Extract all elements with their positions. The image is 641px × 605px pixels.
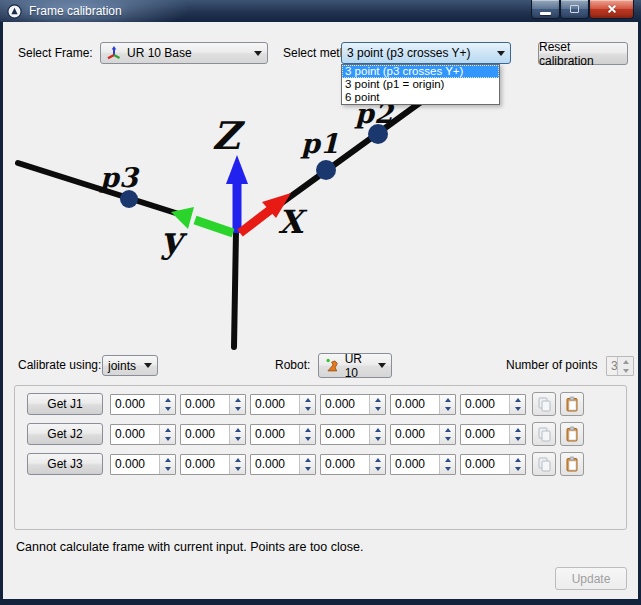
copy-j2-button[interactable] — [532, 422, 556, 446]
get-j3-button[interactable]: Get J3 — [27, 453, 103, 475]
point-p1 — [316, 160, 336, 180]
spinner-arrows[interactable] — [509, 395, 525, 414]
point-p2 — [368, 124, 388, 144]
x-axis-arrowhead — [262, 193, 291, 218]
minimize-icon — [540, 12, 551, 15]
chevron-down-icon — [378, 363, 386, 368]
window-title: Frame calibration — [29, 4, 122, 18]
x-axis-shaft — [240, 210, 270, 233]
j2-value-3[interactable]: 0.000 — [250, 424, 316, 445]
method-select[interactable]: 3 point (p3 crosses Y+) — [341, 42, 511, 64]
robot-label: Robot: — [275, 354, 310, 376]
paste-j2-button[interactable] — [560, 422, 584, 446]
method-dropdown-list: 3 point (p3 crosses Y+) 3 point (p1 = or… — [341, 64, 500, 105]
j3-value-4[interactable]: 0.000 — [320, 454, 386, 475]
chevron-down-icon — [144, 363, 152, 368]
calibrate-using-label: Calibrate using: — [18, 354, 101, 376]
robot-select[interactable]: UR 10 — [318, 353, 392, 378]
calibrate-using-select[interactable]: joints — [102, 355, 158, 376]
j1-value-1[interactable]: 0.000 — [110, 394, 176, 415]
copy-j1-button[interactable] — [532, 392, 556, 416]
method-option-3point-p1[interactable]: 3 point (p1 = origin) — [342, 78, 499, 91]
number-of-points-label: Number of points — [506, 354, 597, 376]
spinner-arrows[interactable] — [299, 455, 315, 474]
j2-value-5[interactable]: 0.000 — [390, 424, 456, 445]
j3-value-5[interactable]: 0.000 — [390, 454, 456, 475]
maximize-button[interactable] — [560, 0, 589, 19]
spinner-arrows[interactable] — [159, 425, 175, 444]
spinner-arrows[interactable] — [229, 395, 245, 414]
frame-select-value: UR 10 Base — [127, 46, 192, 60]
line-p3 — [18, 163, 182, 215]
number-of-points-value: 3 — [607, 357, 617, 375]
frame-select[interactable]: UR 10 Base — [100, 42, 268, 64]
minimize-button[interactable] — [531, 0, 560, 19]
spinner-arrows[interactable] — [159, 395, 175, 414]
label-z-axis: Z — [212, 113, 246, 158]
j1-value-5[interactable]: 0.000 — [390, 394, 456, 415]
copy-icon — [536, 426, 552, 442]
j1-value-4[interactable]: 0.000 — [320, 394, 386, 415]
paste-icon — [564, 396, 580, 412]
chevron-down-icon — [497, 51, 505, 56]
spinner-arrows[interactable] — [439, 455, 455, 474]
number-of-points-spinner[interactable]: 3 — [606, 356, 634, 376]
calibrate-using-value: joints — [108, 359, 136, 373]
j3-value-1[interactable]: 0.000 — [110, 454, 176, 475]
spinner-arrows[interactable] — [299, 395, 315, 414]
status-message: Cannot calculate frame with current inpu… — [16, 540, 363, 554]
j1-value-2[interactable]: 0.000 — [180, 394, 246, 415]
get-j2-button[interactable]: Get J2 — [27, 423, 103, 445]
robot-icon — [324, 357, 341, 374]
spinner-arrows — [617, 357, 633, 375]
robodk-app-icon — [7, 4, 22, 19]
spinner-arrows[interactable] — [229, 455, 245, 474]
paste-j1-button[interactable] — [560, 392, 584, 416]
spinner-arrows[interactable] — [369, 425, 385, 444]
paste-icon — [564, 426, 580, 442]
z-axis-arrowhead — [226, 155, 248, 184]
get-j1-button[interactable]: Get J1 — [27, 393, 103, 415]
frame-calibration-window: Frame calibration — [0, 0, 641, 605]
spinner-arrows[interactable] — [509, 425, 525, 444]
copy-j3-button[interactable] — [532, 452, 556, 476]
j2-value-6[interactable]: 0.000 — [460, 424, 526, 445]
spinner-arrows[interactable] — [229, 425, 245, 444]
spinner-arrows[interactable] — [299, 425, 315, 444]
spinner-arrows[interactable] — [439, 425, 455, 444]
chevron-down-icon — [254, 51, 262, 56]
y-axis-shaft — [195, 220, 233, 233]
copy-icon — [536, 456, 552, 472]
spinner-arrows[interactable] — [509, 455, 525, 474]
j2-value-4[interactable]: 0.000 — [320, 424, 386, 445]
dialog-content: Z X y p1 p2 p3 Select Frame: UR 10 Base … — [3, 22, 638, 599]
j2-value-2[interactable]: 0.000 — [180, 424, 246, 445]
j1-value-6[interactable]: 0.000 — [460, 394, 526, 415]
robot-select-value: UR 10 — [345, 352, 378, 380]
j3-value-2[interactable]: 0.000 — [180, 454, 246, 475]
title-bar[interactable]: Frame calibration — [0, 0, 641, 22]
label-y-axis: y — [160, 218, 188, 260]
label-p3: p3 — [99, 162, 140, 193]
j2-value-1[interactable]: 0.000 — [110, 424, 176, 445]
close-icon — [607, 4, 617, 14]
paste-j3-button[interactable] — [560, 452, 584, 476]
reset-calibration-button[interactable]: Reset calibration — [538, 42, 628, 65]
label-x-axis: X — [278, 203, 308, 241]
window-controls — [531, 0, 634, 19]
spinner-arrows[interactable] — [159, 455, 175, 474]
method-option-6point[interactable]: 6 point — [342, 91, 499, 104]
spinner-arrows[interactable] — [439, 395, 455, 414]
close-button[interactable] — [589, 0, 634, 19]
method-option-3point-p3[interactable]: 3 point (p3 crosses Y+) — [342, 65, 499, 78]
line-vertical — [234, 231, 236, 347]
j3-value-6[interactable]: 0.000 — [460, 454, 526, 475]
spinner-arrows[interactable] — [369, 395, 385, 414]
j1-value-3[interactable]: 0.000 — [250, 394, 316, 415]
reference-frame-icon — [106, 45, 122, 61]
update-button[interactable]: Update — [555, 567, 627, 590]
y-axis-arrowhead — [171, 207, 194, 229]
spinner-arrows[interactable] — [369, 455, 385, 474]
select-frame-label: Select Frame: — [18, 42, 93, 64]
j3-value-3[interactable]: 0.000 — [250, 454, 316, 475]
